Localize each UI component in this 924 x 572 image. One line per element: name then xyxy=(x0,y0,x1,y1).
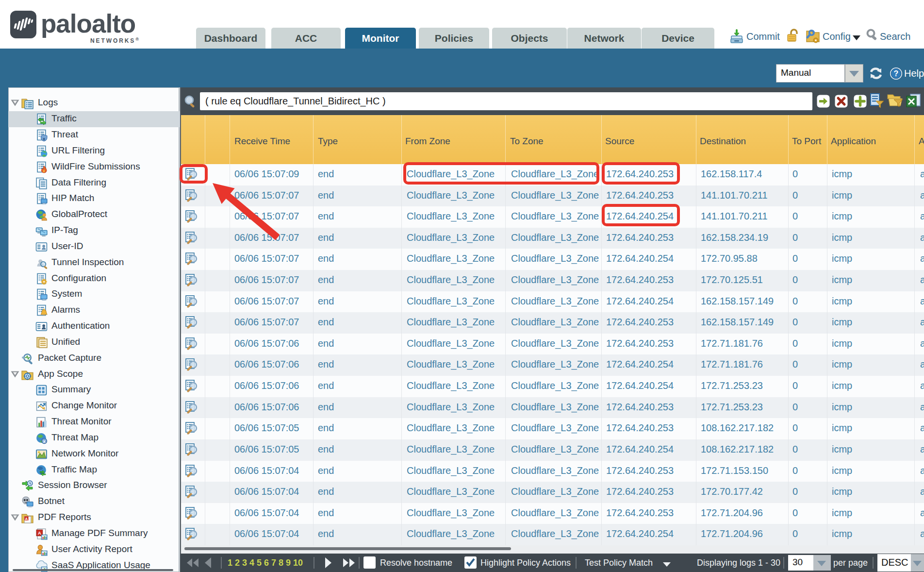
svg-text:x: x xyxy=(43,136,46,141)
svg-text:x: x xyxy=(43,439,46,444)
svg-text:A: A xyxy=(38,531,41,536)
svg-text:?: ? xyxy=(894,69,899,78)
svg-text:A: A xyxy=(25,517,28,521)
